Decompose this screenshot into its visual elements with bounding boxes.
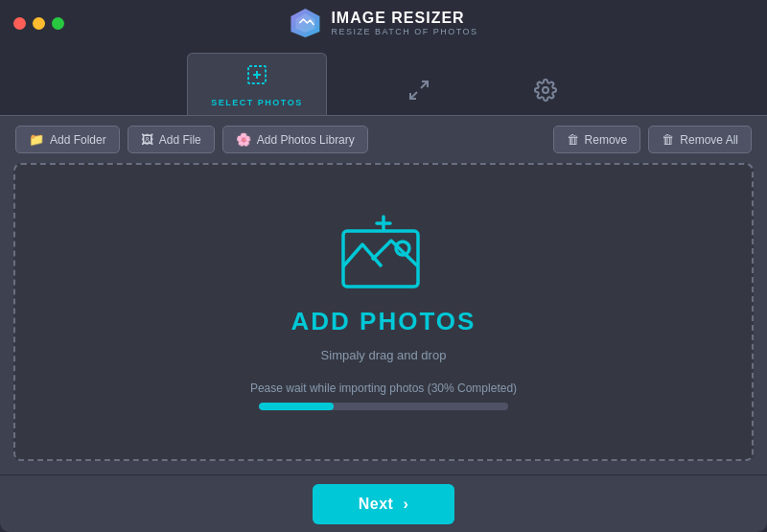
add-folder-label: Add Folder: [50, 133, 106, 147]
remove-all-label: Remove All: [680, 133, 738, 147]
add-photos-svg-icon: [336, 214, 431, 295]
close-button[interactable]: [13, 17, 26, 30]
tab-bar: SELECT PHOTOS: [0, 46, 767, 115]
app-title-text: IMAGE RESIZER RESIZE BATCH OF PHOTOS: [331, 10, 477, 36]
svg-rect-6: [343, 231, 418, 287]
add-photos-title: ADD PHOTOS: [291, 307, 476, 336]
tab-select-photos-label: SELECT PHOTOS: [211, 98, 302, 107]
app-logo-icon: [289, 7, 321, 39]
traffic-lights: [13, 17, 64, 30]
svg-point-5: [543, 87, 548, 93]
add-photos-library-button[interactable]: 🌸 Add Photos Library: [222, 126, 368, 153]
footer: Next ›: [0, 474, 767, 532]
add-photos-library-label: Add Photos Library: [257, 133, 355, 147]
next-button[interactable]: Next ›: [313, 484, 455, 524]
tab-resize[interactable]: [384, 69, 453, 115]
select-photos-icon: [245, 63, 268, 92]
toolbar: 📁 Add Folder 🖼 Add File 🌸 Add Photos Lib…: [0, 116, 767, 163]
add-folder-button[interactable]: 📁 Add Folder: [15, 126, 120, 153]
next-chevron-icon: ›: [403, 496, 408, 513]
progress-label: Pease wait while importing photos (30% C…: [250, 382, 517, 395]
app-subtitle: RESIZE BATCH OF PHOTOS: [331, 27, 477, 36]
add-file-label: Add File: [159, 133, 201, 147]
next-label: Next: [359, 496, 394, 513]
remove-label: Remove: [585, 133, 628, 147]
progress-bar-fill: [259, 403, 334, 410]
toolbar-right: 🗑 Remove 🗑 Remove All: [553, 126, 752, 153]
gear-icon: [534, 79, 557, 107]
resize-icon: [407, 79, 430, 107]
tab-select-photos[interactable]: SELECT PHOTOS: [187, 53, 326, 115]
file-icon: 🖼: [141, 132, 153, 147]
trash-all-icon: 🗑: [662, 132, 674, 147]
app-title-container: IMAGE RESIZER RESIZE BATCH OF PHOTOS: [289, 7, 477, 39]
remove-all-button[interactable]: 🗑 Remove All: [648, 126, 752, 153]
maximize-button[interactable]: [52, 17, 64, 30]
tab-settings[interactable]: [511, 69, 580, 115]
minimize-button[interactable]: [33, 17, 45, 30]
progress-container: Pease wait while importing photos (30% C…: [250, 382, 517, 410]
drop-zone[interactable]: ADD PHOTOS Simpaly drag and drop Pease w…: [13, 163, 754, 461]
toolbar-left: 📁 Add Folder 🖼 Add File 🌸 Add Photos Lib…: [15, 126, 546, 153]
add-photos-subtitle: Simpaly drag and drop: [321, 348, 447, 362]
app-name: IMAGE RESIZER: [331, 10, 477, 27]
remove-button[interactable]: 🗑 Remove: [553, 126, 641, 153]
main-content: 📁 Add Folder 🖼 Add File 🌸 Add Photos Lib…: [0, 115, 767, 474]
title-bar: IMAGE RESIZER RESIZE BATCH OF PHOTOS: [0, 0, 767, 46]
add-file-button[interactable]: 🖼 Add File: [128, 126, 215, 153]
progress-bar-background: [259, 403, 508, 410]
photos-library-icon: 🌸: [236, 132, 251, 147]
trash-icon: 🗑: [567, 132, 579, 147]
folder-icon: 📁: [29, 132, 44, 147]
